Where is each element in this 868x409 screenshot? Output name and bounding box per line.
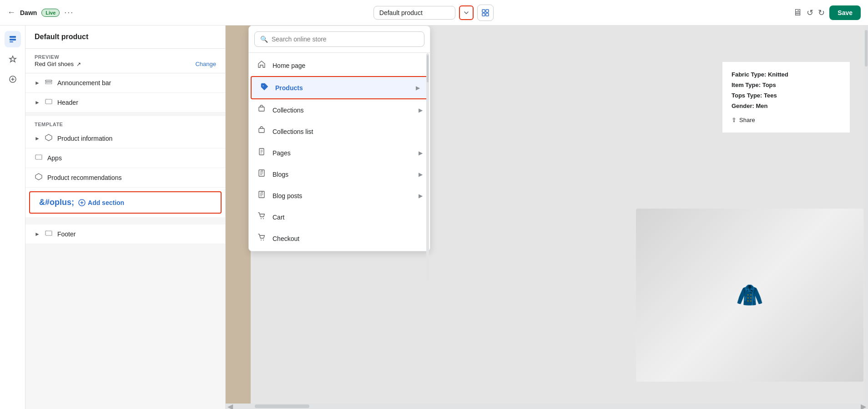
redo-button[interactable]: ↻	[818, 8, 825, 18]
rail-icon-sections[interactable]	[5, 31, 21, 47]
cart-icon	[256, 212, 267, 222]
search-icon: 🔍	[260, 36, 268, 43]
svg-rect-9	[45, 82, 52, 84]
section-icon-product-info	[45, 133, 53, 143]
preview-store-value: Red Girl shoes	[35, 61, 74, 67]
section-label-announcement: Announcement bar	[57, 79, 111, 87]
home-icon	[256, 60, 267, 71]
checkout-icon	[256, 233, 267, 244]
search-input-wrap: 🔍	[254, 31, 424, 47]
dropdown-item-products[interactable]: Products ▶ ← 2	[251, 76, 428, 99]
section-item-product-information[interactable]: ► Product information	[25, 129, 225, 148]
svg-rect-6	[10, 41, 13, 42]
gender-attr: Gender: Men	[732, 102, 841, 109]
tops-type-label: Tops Type:	[732, 92, 762, 99]
section-icon-product-rec	[35, 173, 43, 183]
tops-type-value: Tees	[764, 92, 777, 99]
preview-bg-image	[226, 26, 251, 409]
dropdown-label-products: Products	[275, 84, 303, 92]
dropdown-label-blogs: Blogs	[273, 171, 288, 178]
section-item-apps[interactable]: Apps	[25, 148, 225, 168]
dropdown-search: 🔍	[249, 26, 430, 53]
expand-icon-header: ►	[35, 99, 40, 106]
preview-area: Yo... Fabric Type: Knitted Item Type: To…	[226, 26, 868, 409]
dropdown-label-blog-posts: Blog posts	[273, 192, 302, 199]
back-icon[interactable]: ←	[7, 8, 15, 17]
share-row[interactable]: ⇧ Share	[732, 117, 841, 123]
preview-value: Red Girl shoes ↗ Change	[35, 61, 216, 67]
template-sections: ► Product information Apps	[25, 129, 225, 188]
external-link-icon[interactable]: ↗	[76, 61, 81, 67]
change-button[interactable]: Change	[195, 61, 216, 67]
fabric-type-attr: Fabric Type: Knitted	[732, 71, 841, 78]
add-section-button[interactable]: &#oplus; Add section ← 3	[29, 191, 222, 214]
pages-chevron-icon: ▶	[419, 150, 423, 156]
vertical-scrollbar[interactable]	[864, 26, 868, 409]
section-label-product-rec: Product recommendations	[47, 174, 121, 181]
scroll-left-button[interactable]: ◀	[226, 402, 235, 409]
dropdown-arrow-button[interactable]	[459, 5, 474, 20]
dropdown-item-collections[interactable]: Collections ▶	[249, 99, 430, 121]
section-item-header[interactable]: ► Header	[25, 93, 225, 112]
fabric-type-value: Knitted	[768, 71, 788, 78]
section-item-footer[interactable]: ► Footer	[25, 225, 225, 244]
expand-icon: ►	[35, 80, 40, 86]
add-section-plus-icon: &#oplus;	[39, 198, 74, 207]
section-icon-header	[45, 97, 53, 107]
horizontal-scrollbar[interactable]: ◀ ▶	[226, 404, 868, 409]
section-icon-apps	[35, 153, 43, 163]
dropdown-item-collections-list[interactable]: Collections list	[249, 121, 430, 142]
section-label-footer: Footer	[57, 230, 76, 238]
dropdown-item-blog-posts[interactable]: Blog posts ▶	[249, 185, 430, 206]
section-icon-announcement	[45, 78, 53, 88]
item-type-value: Tops	[762, 82, 776, 88]
more-button[interactable]: ···	[64, 8, 74, 17]
scroll-thumb[interactable]	[865, 30, 868, 66]
page-dropdown: 🔍 Home page	[248, 26, 430, 251]
page-selector[interactable]: Default product	[373, 6, 455, 20]
main-area: Default product PREVIEW Red Girl shoes ↗…	[0, 26, 868, 409]
scroll-right-button[interactable]: ▶	[859, 402, 868, 409]
add-section-label: Add section	[88, 199, 124, 206]
save-button[interactable]: Save	[829, 5, 861, 20]
svg-rect-8	[45, 80, 52, 82]
collections-list-icon	[256, 126, 267, 137]
expand-icon-product-info: ►	[35, 135, 40, 142]
undo-button[interactable]: ↺	[807, 8, 813, 18]
expand-icon-footer: ►	[35, 231, 40, 237]
preview-label: PREVIEW	[35, 54, 216, 60]
blog-posts-icon	[256, 190, 267, 201]
rail-icon-add[interactable]	[5, 71, 21, 87]
section-item-product-recommendations[interactable]: Product recommendations	[25, 168, 225, 188]
dropdown-scroll-thumb[interactable]	[427, 55, 429, 82]
scroll-thumb-horizontal[interactable]	[255, 404, 309, 408]
dropdown-label-cart: Cart	[273, 214, 284, 221]
dropdown-item-home-page[interactable]: Home page	[249, 55, 430, 76]
pages-icon	[256, 148, 267, 158]
dropdown-label-pages: Pages	[273, 149, 291, 157]
dropdown-item-pages[interactable]: Pages ▶	[249, 142, 430, 164]
sweater-visual: 🧥	[636, 209, 863, 382]
share-label: Share	[739, 117, 755, 123]
dropdown-item-checkout[interactable]: Checkout	[249, 228, 430, 249]
sidebar-title: Default product	[35, 33, 216, 41]
search-input[interactable]	[272, 36, 419, 43]
sidebar: Default product PREVIEW Red Girl shoes ↗…	[25, 26, 226, 409]
topbar-center: Default product 1 ➔	[79, 5, 787, 21]
dropdown-item-cart[interactable]: Cart	[249, 206, 430, 228]
rail-icon-theme[interactable]	[5, 51, 21, 67]
desktop-icon[interactable]: 🖥	[793, 7, 802, 18]
item-type-attr: Item Type: Tops	[732, 82, 841, 88]
svg-rect-3	[486, 13, 489, 16]
select-mode-button[interactable]	[477, 5, 494, 21]
dropdown-scrollbar[interactable]	[426, 53, 429, 281]
dropdown-label-collections-list: Collections list	[273, 128, 313, 135]
topbar-right: 🖥 ↺ ↻ Save	[793, 5, 861, 20]
svg-point-21	[263, 218, 264, 219]
footer-section: ► Footer	[25, 225, 225, 244]
blogs-chevron-icon: ▶	[419, 171, 423, 178]
section-item-announcement-bar[interactable]: ► Announcement bar	[25, 73, 225, 93]
dropdown-item-blogs[interactable]: Blogs ▶	[249, 164, 430, 185]
svg-point-20	[261, 218, 262, 219]
svg-rect-11	[35, 155, 42, 159]
